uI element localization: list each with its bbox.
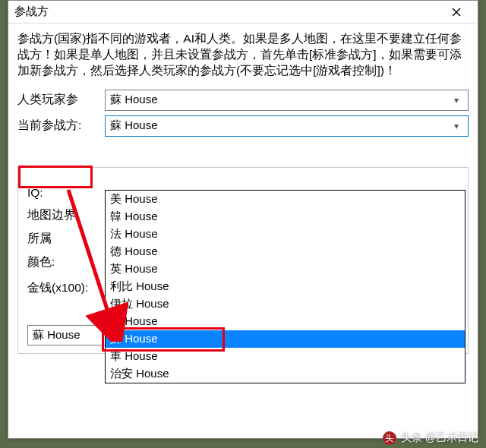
current-side-label: 当前参战方: bbox=[17, 118, 105, 134]
chevron-down-icon: ▾ bbox=[450, 95, 463, 106]
current-side-value: 蘇 House bbox=[110, 118, 450, 133]
current-side-combo[interactable]: 蘇 House ▾ bbox=[105, 115, 469, 137]
chevron-down-icon: ▾ bbox=[450, 121, 463, 131]
map-edge-label: 地图边界: bbox=[27, 207, 107, 223]
ally-value: 蘇 House bbox=[33, 328, 80, 342]
dropdown-option[interactable]: 車 House bbox=[106, 348, 465, 365]
description-text: 参战方(国家)指不同的游戏者，AI和人类。如果是多人地图，在这里不要建立任何参战… bbox=[17, 31, 469, 79]
dropdown-option[interactable]: 韓 House bbox=[106, 208, 465, 226]
current-side-dropdown[interactable]: 美 House韓 House法 House德 House英 House利比 Ho… bbox=[105, 190, 465, 383]
dropdown-option[interactable]: 法 House bbox=[106, 226, 465, 243]
belong-label: 所属 bbox=[27, 231, 107, 247]
dropdown-option[interactable]: 蘇 House bbox=[106, 330, 465, 348]
dropdown-option[interactable]: 利比 House bbox=[106, 278, 465, 295]
dropdown-option[interactable]: 伊拉 House bbox=[106, 295, 465, 313]
title-bar: 参战方 bbox=[8, 1, 478, 24]
iq-label: IQ: bbox=[27, 186, 107, 200]
money-label: 金钱(x100): bbox=[27, 280, 107, 296]
close-icon bbox=[452, 8, 461, 17]
window-title: 参战方 bbox=[14, 5, 441, 19]
watermark-text: 头条 @乙术日记 bbox=[401, 431, 478, 445]
dropdown-option[interactable]: 治安 House bbox=[106, 365, 465, 383]
current-side-row: 当前参战方: 蘇 House ▾ bbox=[17, 115, 469, 137]
human-player-row: 人类玩家参 蘇 House ▾ bbox=[17, 90, 469, 111]
close-button[interactable] bbox=[441, 2, 472, 23]
dropdown-option[interactable]: 中 House bbox=[106, 313, 465, 330]
watermark-icon: 头 bbox=[383, 431, 396, 445]
human-player-label: 人类玩家参 bbox=[17, 92, 105, 108]
human-player-value: 蘇 House bbox=[110, 93, 450, 107]
watermark: 头 头条 @乙术日记 bbox=[383, 431, 478, 445]
dropdown-option[interactable]: 英 House bbox=[106, 260, 465, 278]
color-label: 颜色: bbox=[27, 254, 107, 270]
dropdown-option[interactable]: 美 House bbox=[106, 191, 465, 208]
human-player-combo[interactable]: 蘇 House ▾ bbox=[105, 90, 469, 111]
dropdown-option[interactable]: 德 House bbox=[106, 243, 465, 260]
